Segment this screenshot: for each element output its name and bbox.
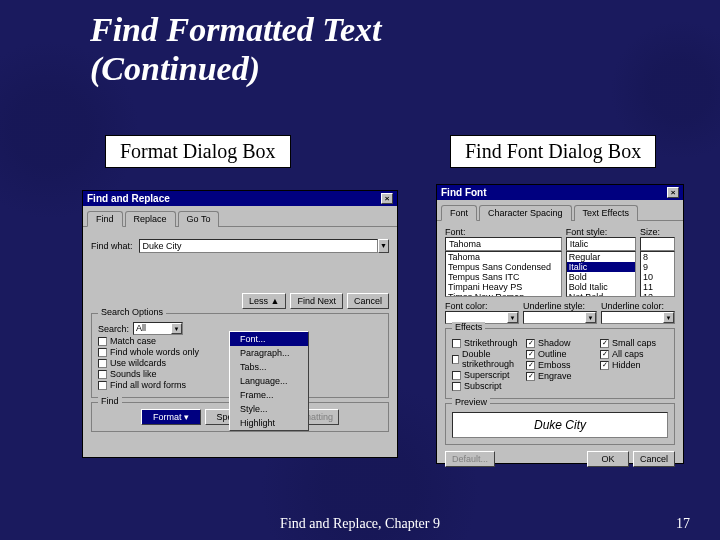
list-item: Regular [567, 252, 635, 262]
search-options-title: Search Options [98, 307, 166, 317]
chevron-down-icon: ▼ [585, 312, 596, 323]
preview-title: Preview [452, 397, 490, 407]
preview-group: Preview Duke City [445, 403, 675, 445]
menu-item-highlight[interactable]: Highlight [230, 416, 308, 430]
find-replace-dialog: Find and Replace × Find Replace Go To Fi… [82, 190, 398, 458]
effects-group: Effects Strikethrough Double strikethrou… [445, 328, 675, 399]
font-listbox[interactable]: Tahoma Tempus Sans Condensed Tempus Sans… [445, 251, 562, 297]
subscript-checkbox[interactable]: Subscript [452, 381, 520, 391]
effects-title: Effects [452, 322, 485, 332]
less-button[interactable]: Less ▲ [242, 293, 286, 309]
shadow-checkbox[interactable]: ✓Shadow [526, 338, 594, 348]
findfont-title: Find Font [441, 187, 487, 198]
list-item: Italic [567, 262, 635, 272]
find-section-title: Find [98, 396, 122, 406]
style-label: Font style: [566, 227, 636, 237]
findwhat-label: Find what: [91, 241, 133, 251]
tab-find[interactable]: Find [87, 211, 123, 227]
right-column-header: Find Font Dialog Box [450, 135, 656, 168]
cancel-button[interactable]: Cancel [633, 451, 675, 467]
tab-bar: Find Replace Go To [83, 206, 397, 227]
search-direction-select[interactable]: All▼ [133, 322, 183, 335]
search-label: Search: [98, 324, 129, 334]
list-item: 8 [641, 252, 674, 262]
size-listbox[interactable]: 8 9 10 11 12 [640, 251, 675, 297]
font-label: Font: [445, 227, 562, 237]
menu-item-style[interactable]: Style... [230, 402, 308, 416]
list-item: Tempus Sans ITC [446, 272, 561, 282]
findfont-titlebar: Find Font × [437, 185, 683, 200]
size-label: Size: [640, 227, 675, 237]
left-column-header: Format Dialog Box [105, 135, 291, 168]
emboss-checkbox[interactable]: ✓Emboss [526, 360, 594, 370]
format-button[interactable]: Format ▾ [141, 409, 201, 425]
slide-footer: Find and Replace, Chapter 9 [280, 516, 440, 532]
cancel-button[interactable]: Cancel [347, 293, 389, 309]
allcaps-checkbox[interactable]: ✓All caps [600, 349, 668, 359]
close-icon[interactable]: × [381, 193, 393, 204]
list-item: Bold [567, 272, 635, 282]
list-item: Times New Roman [446, 292, 561, 297]
size-input[interactable] [640, 237, 675, 251]
underlinecolor-select[interactable]: ▼ [601, 311, 675, 324]
font-input[interactable]: Tahoma [445, 237, 562, 251]
tab-replace[interactable]: Replace [125, 211, 176, 227]
chevron-down-icon: ▼ [171, 323, 182, 334]
tab-goto[interactable]: Go To [178, 211, 220, 227]
underlinestyle-label: Underline style: [523, 301, 597, 311]
dblstrike-checkbox[interactable]: Double strikethrough [452, 349, 520, 369]
dialog-title: Find and Replace [87, 193, 170, 204]
style-input[interactable]: Italic [566, 237, 636, 251]
slide-title: Find Formatted Text (Continued) [90, 10, 382, 88]
format-menu: Font... Paragraph... Tabs... Language...… [229, 331, 309, 431]
list-item: Tahoma [446, 252, 561, 262]
findnext-button[interactable]: Find Next [290, 293, 343, 309]
underlinecolor-label: Underline color: [601, 301, 675, 311]
ok-button[interactable]: OK [587, 451, 629, 467]
page-number: 17 [676, 516, 690, 532]
preview-box: Duke City [452, 412, 668, 438]
underlinestyle-select[interactable]: ▼ [523, 311, 597, 324]
find-font-dialog: Find Font × Font Character Spacing Text … [436, 184, 684, 464]
tab-charspacing[interactable]: Character Spacing [479, 205, 572, 221]
menu-item-font[interactable]: Font... [230, 332, 308, 346]
findwhat-input[interactable]: Duke City [139, 239, 378, 253]
tab-texteffects[interactable]: Text Effects [574, 205, 638, 221]
superscript-checkbox[interactable]: Superscript [452, 370, 520, 380]
list-item: Bold Italic [567, 282, 635, 292]
engrave-checkbox[interactable]: ✓Engrave [526, 371, 594, 381]
chevron-down-icon: ▼ [663, 312, 674, 323]
list-item: 11 [641, 282, 674, 292]
list-item: Timpani Heavy PS [446, 282, 561, 292]
menu-item-paragraph[interactable]: Paragraph... [230, 346, 308, 360]
close-icon[interactable]: × [667, 187, 679, 198]
hidden-checkbox[interactable]: ✓Hidden [600, 360, 668, 370]
dialog-titlebar: Find and Replace × [83, 191, 397, 206]
smallcaps-checkbox[interactable]: ✓Small caps [600, 338, 668, 348]
list-item: Tempus Sans Condensed [446, 262, 561, 272]
menu-item-tabs[interactable]: Tabs... [230, 360, 308, 374]
default-button[interactable]: Default... [445, 451, 495, 467]
list-item: 9 [641, 262, 674, 272]
list-item: 12 [641, 292, 674, 297]
list-item: Not Bold [567, 292, 635, 297]
list-item: 10 [641, 272, 674, 282]
chevron-down-icon: ▼ [507, 312, 518, 323]
style-listbox[interactable]: Regular Italic Bold Bold Italic Not Bold [566, 251, 636, 297]
findwhat-dropdown-icon[interactable]: ▼ [378, 239, 389, 253]
menu-item-frame[interactable]: Frame... [230, 388, 308, 402]
menu-item-language[interactable]: Language... [230, 374, 308, 388]
outline-checkbox[interactable]: ✓Outline [526, 349, 594, 359]
fontcolor-label: Font color: [445, 301, 519, 311]
findfont-tabbar: Font Character Spacing Text Effects [437, 200, 683, 221]
strikethrough-checkbox[interactable]: Strikethrough [452, 338, 520, 348]
tab-font[interactable]: Font [441, 205, 477, 221]
